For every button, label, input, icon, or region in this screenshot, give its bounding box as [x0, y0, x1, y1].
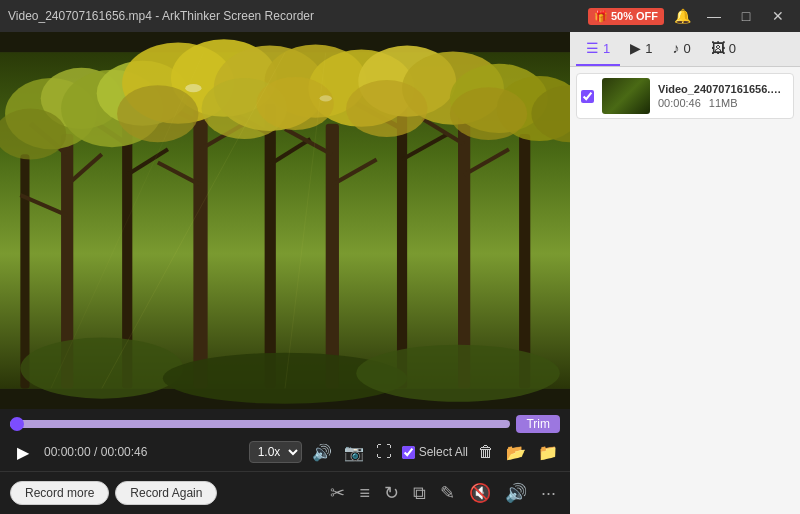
camera-button[interactable]: 📷 — [342, 441, 366, 464]
video-section: Trim ▶ 00:00:00 / 00:00:46 1.0x 0.5x 1.5… — [0, 32, 570, 514]
playback-bar: Trim ▶ 00:00:00 / 00:00:46 1.0x 0.5x 1.5… — [0, 409, 570, 471]
media-meta: 00:00:46 11MB — [658, 97, 789, 109]
tab-list[interactable]: ☰ 1 — [576, 32, 620, 66]
minimize-button[interactable]: — — [700, 2, 728, 30]
more-button[interactable]: ··· — [537, 479, 560, 508]
right-panel: ☰ 1 ▶ 1 ♪ 0 🖼 0 — [570, 32, 800, 514]
tab-video[interactable]: ▶ 1 — [620, 32, 662, 66]
select-all-text: Select All — [419, 445, 468, 459]
folder-open-button[interactable]: 📂 — [504, 441, 528, 464]
title-bar: Video_240707161656.mp4 - ArkThinker Scre… — [0, 0, 800, 32]
close-button[interactable]: ✕ — [764, 2, 792, 30]
list-icon: ☰ — [586, 40, 599, 56]
tab-video-count: 1 — [645, 41, 652, 56]
export-button[interactable]: 📁 — [536, 441, 560, 464]
svg-point-45 — [346, 80, 427, 137]
media-size: 11MB — [709, 97, 738, 109]
media-item-checkbox[interactable] — [581, 90, 594, 103]
svg-point-53 — [185, 84, 201, 92]
delete-button[interactable]: 🗑 — [476, 441, 496, 463]
volume-up-button[interactable]: 🔊 — [501, 478, 531, 508]
svg-point-44 — [257, 77, 334, 130]
time-display: 00:00:00 / 00:00:46 — [44, 445, 147, 459]
forest-scene — [0, 32, 570, 409]
trim-track[interactable] — [10, 420, 510, 428]
speed-select[interactable]: 1.0x 0.5x 1.5x 2.0x — [249, 441, 302, 463]
svg-point-42 — [117, 85, 198, 142]
svg-rect-7 — [397, 98, 407, 388]
media-duration: 00:00:46 — [658, 97, 701, 109]
main-content: Trim ▶ 00:00:00 / 00:00:46 1.0x 0.5x 1.5… — [0, 32, 800, 514]
record-again-button[interactable]: Record Again — [115, 481, 217, 505]
gift-icon: 🎁 — [594, 10, 608, 23]
svg-rect-4 — [193, 93, 207, 388]
svg-point-46 — [450, 87, 527, 140]
current-time: 00:00:00 — [44, 445, 91, 459]
media-thumbnail — [602, 78, 650, 114]
tab-list-count: 1 — [603, 41, 610, 56]
trim-slider-container: Trim — [10, 415, 560, 433]
trim-handle[interactable] — [10, 417, 24, 431]
bell-button[interactable]: 🔔 — [668, 2, 696, 30]
media-info: Video_240707161656.mp4 00:00:46 11MB — [658, 83, 789, 109]
edit-button[interactable]: ✎ — [436, 478, 459, 508]
media-thumb-inner — [602, 78, 650, 114]
media-item: Video_240707161656.mp4 00:00:46 11MB — [576, 73, 794, 119]
svg-rect-9 — [519, 134, 530, 388]
audio-icon: ♪ — [672, 40, 679, 56]
maximize-button[interactable]: □ — [732, 2, 760, 30]
media-filename: Video_240707161656.mp4 — [658, 83, 789, 95]
video-icon: ▶ — [630, 40, 641, 56]
video-preview — [0, 32, 570, 409]
svg-rect-6 — [326, 124, 339, 389]
select-all-label[interactable]: Select All — [402, 445, 468, 459]
title-bar-right: 🎁 50% OFF 🔔 — □ ✕ — [588, 2, 792, 30]
select-all-checkbox[interactable] — [402, 446, 415, 459]
controls-row: ▶ 00:00:00 / 00:00:46 1.0x 0.5x 1.5x 2.0… — [10, 437, 560, 467]
tab-image-count: 0 — [729, 41, 736, 56]
image-icon: 🖼 — [711, 40, 725, 56]
promo-badge[interactable]: 🎁 50% OFF — [588, 8, 664, 25]
trim-button[interactable]: Trim — [516, 415, 560, 433]
title-bar-left: Video_240707161656.mp4 - ArkThinker Scre… — [8, 9, 314, 23]
mute-button[interactable]: 🔇 — [465, 478, 495, 508]
svg-rect-10 — [20, 154, 29, 388]
svg-point-47 — [20, 338, 183, 399]
promo-text: 50% OFF — [611, 10, 658, 22]
copy-button[interactable]: ⧉ — [409, 479, 430, 508]
tab-audio[interactable]: ♪ 0 — [662, 32, 700, 66]
equalizer-button[interactable]: ≡ — [355, 479, 374, 508]
rotate-button[interactable]: ↻ — [380, 478, 403, 508]
play-button[interactable]: ▶ — [10, 439, 36, 465]
bottom-toolbar: Record more Record Again ✂ ≡ ↻ ⧉ ✎ 🔇 🔊 ·… — [0, 471, 570, 514]
svg-point-49 — [356, 345, 560, 402]
svg-rect-5 — [265, 103, 276, 388]
record-more-button[interactable]: Record more — [10, 481, 109, 505]
panel-content: Video_240707161656.mp4 00:00:46 11MB — [570, 67, 800, 514]
fullscreen-button[interactable]: ⛶ — [374, 441, 394, 463]
volume-button[interactable]: 🔊 — [310, 441, 334, 464]
svg-point-54 — [320, 95, 332, 101]
scissors-button[interactable]: ✂ — [326, 478, 349, 508]
time-separator: / — [94, 445, 97, 459]
tab-audio-count: 0 — [683, 41, 690, 56]
tab-image[interactable]: 🖼 0 — [701, 32, 746, 66]
total-time: 00:00:46 — [101, 445, 148, 459]
window-title: Video_240707161656.mp4 - ArkThinker Scre… — [8, 9, 314, 23]
panel-tabs: ☰ 1 ▶ 1 ♪ 0 🖼 0 — [570, 32, 800, 67]
